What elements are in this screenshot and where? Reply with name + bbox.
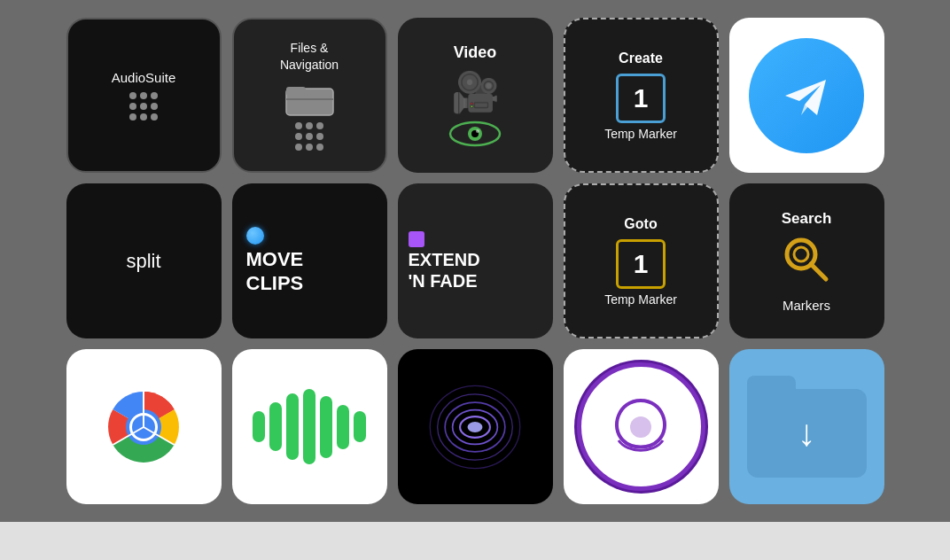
wave-bar [337,405,349,449]
folder-shape: ↓ [747,376,867,478]
eye-icon [448,121,502,147]
search-label-bottom: Markers [783,298,830,313]
goto-marker-number: 1 [634,249,649,279]
wave-bar [320,396,332,458]
split-icon[interactable]: split [66,183,222,338]
svg-point-23 [468,422,483,432]
move-clips-icon[interactable]: MOVECLIPS [232,183,387,338]
extend-square [409,231,424,247]
audiosuite-icon[interactable]: AudioSuite [66,18,222,173]
telegram-arrow-icon [775,64,838,128]
main-grid-area: AudioSuite Files &Navigation [0,0,950,522]
siri-icon[interactable] [398,349,553,504]
wave-bar [286,393,299,460]
wave-bar [303,389,315,464]
search-label-top: Search [782,210,832,228]
video-label: Video [454,43,497,62]
telegram-circle [749,38,864,153]
audio-waveform-icon[interactable] [232,349,387,504]
extend-fade-icon[interactable]: EXTEND'N FADE [398,183,553,338]
wave-bar [253,411,265,442]
move-clips-content: MOVECLIPS [232,227,387,295]
goto-label-top: Goto [624,216,657,232]
svg-rect-2 [286,87,306,96]
extend-content: EXTEND'N FADE [398,231,553,292]
create-temp-marker-icon[interactable]: Create 1 Temp Marker [564,18,719,173]
wave-bar [269,402,282,451]
files-navigation-label: Files &Navigation [280,40,339,72]
wave-bar [354,411,366,442]
wave-bars [253,387,366,467]
goto-temp-marker-icon[interactable]: Goto 1 Temp Marker [564,183,719,338]
split-label: split [126,250,160,273]
siri-waves [426,378,524,476]
audiosuite-label: AudioSuite [112,70,176,85]
svg-point-24 [630,416,651,438]
app-grid: AudioSuite Files &Navigation [66,18,884,504]
bottom-bar [0,522,950,560]
goto-label-bottom: Temp Marker [604,292,677,307]
create-label-bottom: Temp Marker [604,127,677,141]
create-label-top: Create [619,51,663,66]
search-markers-icon[interactable]: Search Markers [729,183,884,338]
extend-fade-label: EXTEND'N FADE [409,249,480,292]
move-clips-dot [246,227,264,245]
goto-marker-box: 1 [616,239,666,289]
folder-icon [285,80,334,117]
avid-circle [577,362,705,491]
create-marker-box: 1 [616,74,666,123]
svg-point-9 [794,247,808,261]
telegram-icon[interactable] [729,18,884,173]
files-nav-dots [295,122,323,151]
download-arrow-icon: ↓ [798,412,816,455]
avid-icon[interactable] [564,349,719,504]
video-icon[interactable]: Video 🎥 [398,18,553,173]
svg-line-10 [811,264,826,279]
svg-point-7 [476,129,479,133]
search-icon [780,233,833,296]
camera-icon: 🎥 [451,69,500,115]
files-navigation-icon[interactable]: Files &Navigation [232,18,387,173]
siri-svg [426,369,524,485]
avid-logo [601,392,681,463]
chrome-icon[interactable] [66,349,222,504]
folder-body: ↓ [747,389,867,478]
audiosuite-dots [129,92,158,121]
move-clips-label: MOVECLIPS [246,248,304,295]
chrome-logo [90,374,197,480]
create-marker-number: 1 [634,83,649,113]
downloads-folder-icon[interactable]: ↓ [729,349,884,504]
